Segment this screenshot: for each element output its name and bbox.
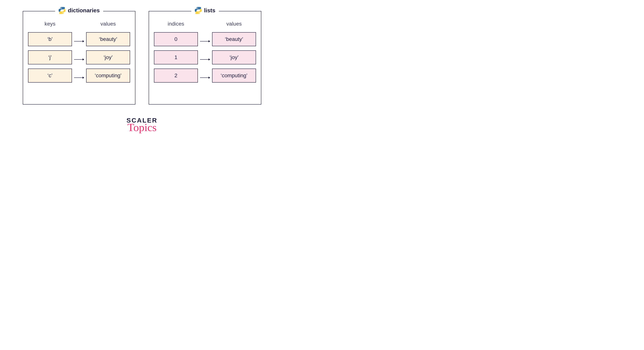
- dict-keys-heading: keys: [28, 21, 72, 27]
- arrow-slot: [72, 32, 86, 50]
- list-values-heading: values: [212, 21, 256, 27]
- list-value-cell: ‘joy’: [212, 50, 256, 64]
- list-indices-column: indices 0 1 2: [154, 21, 198, 99]
- list-index-cell: 0: [154, 32, 198, 46]
- arrow-slot: [198, 68, 212, 87]
- list-value-cell: ‘computing’: [212, 68, 256, 82]
- panel-dictionaries: dictionaries keys ‘b’ ‘j’ ‘c’: [23, 11, 136, 104]
- arrow-slot: [72, 68, 86, 87]
- list-values-column: values ‘beauty’ ‘joy’ ‘computing’: [212, 21, 256, 99]
- dict-value-cell: ‘joy’: [86, 50, 130, 64]
- dict-values-column: values ‘beauty’ ‘joy’ ‘computing’: [86, 21, 130, 99]
- arrow-right-icon: [74, 40, 84, 43]
- svg-marker-5: [82, 77, 84, 79]
- dict-values-heading: values: [86, 21, 130, 27]
- panel-dict-title: dictionaries: [68, 7, 100, 14]
- dict-columns: keys ‘b’ ‘j’ ‘c’ values ‘beauty’ ‘joy: [23, 11, 135, 104]
- list-index-cell: 1: [154, 50, 198, 64]
- list-columns: indices 0 1 2 values ‘beauty’ ‘joy’: [149, 11, 261, 104]
- svg-marker-11: [208, 77, 210, 79]
- list-arrows: [198, 21, 212, 99]
- svg-marker-3: [82, 58, 84, 60]
- list-value-cell: ‘beauty’: [212, 32, 256, 46]
- dict-key-cell: ‘j’: [28, 50, 72, 64]
- svg-marker-7: [208, 40, 210, 42]
- arrow-right-icon: [74, 58, 84, 61]
- arrow-right-icon: [200, 58, 210, 61]
- python-logo-icon: [58, 7, 66, 14]
- arrow-right-icon: [200, 76, 210, 80]
- dict-key-cell: ‘c’: [28, 68, 72, 82]
- dict-value-cell: ‘beauty’: [86, 32, 130, 46]
- arrow-slot: [198, 50, 212, 68]
- python-logo-icon: [194, 7, 202, 14]
- panel-lists: lists indices 0 1 2 values: [149, 11, 261, 104]
- panels-container: dictionaries keys ‘b’ ‘j’ ‘c’: [0, 0, 284, 104]
- footer-logo: SCALER Topics: [126, 117, 158, 133]
- svg-marker-1: [82, 40, 84, 42]
- arrow-slot: [72, 50, 86, 68]
- svg-marker-9: [208, 58, 210, 60]
- list-index-cell: 2: [154, 68, 198, 82]
- dict-key-cell: ‘b’: [28, 32, 72, 46]
- dict-keys-column: keys ‘b’ ‘j’ ‘c’: [28, 21, 72, 99]
- dict-arrows: [72, 21, 86, 99]
- dict-value-cell: ‘computing’: [86, 68, 130, 82]
- brand-sub: Topics: [126, 122, 158, 133]
- arrow-slot: [198, 32, 212, 50]
- panel-list-title-wrap: lists: [191, 7, 219, 14]
- arrow-right-icon: [200, 40, 210, 43]
- arrow-right-icon: [74, 76, 84, 80]
- panel-list-title: lists: [204, 7, 215, 14]
- panel-dict-title-wrap: dictionaries: [55, 7, 103, 14]
- list-indices-heading: indices: [154, 21, 198, 27]
